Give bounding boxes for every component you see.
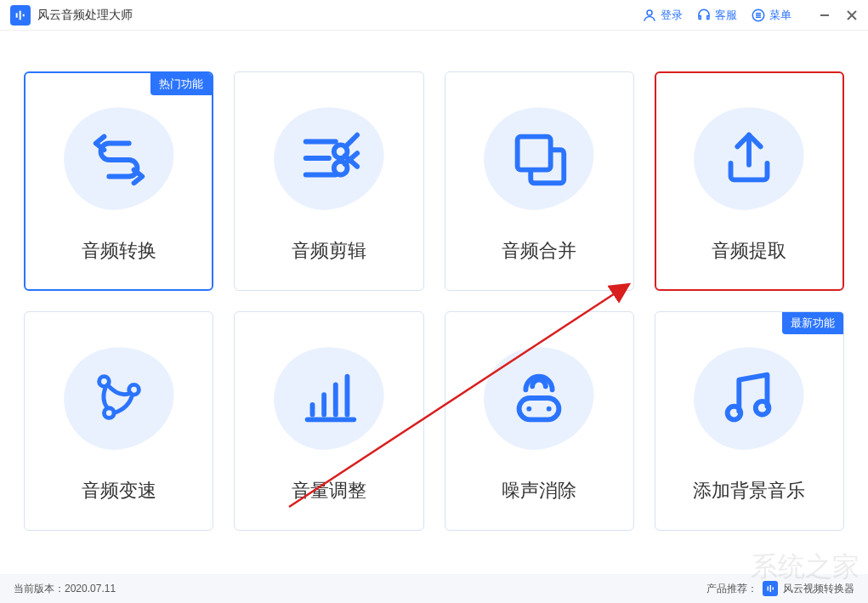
titlebar: 风云音频处理大师 登录 客服 菜单	[0, 0, 868, 31]
svg-rect-36	[768, 587, 769, 591]
card-label: 音频合并	[502, 238, 576, 264]
card-audio-speed[interactable]: 音频变速	[24, 311, 213, 531]
music-icon	[716, 365, 782, 431]
svg-point-32	[547, 407, 552, 412]
recommend-product: 风云视频转换器	[783, 582, 854, 596]
card-label: 音频提取	[712, 238, 786, 264]
svg-line-16	[345, 135, 357, 147]
svg-rect-2	[23, 14, 25, 16]
card-volume-adjust[interactable]: 音量调整	[234, 311, 423, 531]
login-button[interactable]: 登录	[642, 8, 683, 23]
version-value: 2020.07.11	[65, 583, 116, 594]
close-button[interactable]	[846, 9, 858, 21]
svg-rect-1	[20, 10, 21, 20]
svg-point-3	[647, 10, 652, 15]
product-recommend[interactable]: 产品推荐： 风云视频转换器	[706, 581, 854, 596]
card-audio-cut[interactable]: 音频剪辑	[234, 71, 423, 291]
svg-point-33	[728, 407, 741, 420]
card-label: 音频变速	[82, 478, 156, 503]
svg-rect-0	[16, 13, 18, 17]
version-label: 当前版本：	[14, 583, 65, 594]
card-label: 音频剪辑	[292, 238, 366, 264]
new-badge: 最新功能	[782, 312, 843, 334]
menu-button[interactable]: 菜单	[751, 8, 791, 23]
svg-rect-38	[773, 588, 774, 590]
card-bgm[interactable]: 最新功能 添加背景音乐	[655, 311, 844, 531]
svg-point-31	[527, 407, 532, 412]
card-audio-extract[interactable]: 音频提取	[655, 71, 844, 291]
volume-icon	[296, 365, 362, 431]
svg-line-17	[345, 174, 357, 185]
feature-grid: 热门功能 音频转换 音频剪辑 音频合并	[24, 71, 844, 531]
app-title: 风云音频处理大师	[37, 8, 642, 23]
speed-icon	[86, 365, 152, 431]
card-audio-convert[interactable]: 热门功能 音频转换	[24, 71, 213, 291]
merge-icon	[506, 125, 572, 191]
card-noise-remove[interactable]: 噪声消除	[445, 311, 634, 531]
svg-rect-20	[518, 137, 551, 170]
minimize-icon	[819, 9, 831, 21]
menu-label: 菜单	[769, 8, 791, 23]
support-label: 客服	[715, 8, 737, 23]
svg-rect-37	[770, 585, 772, 592]
minimize-button[interactable]	[819, 9, 831, 21]
card-label: 音量调整	[292, 478, 366, 503]
convert-icon	[86, 125, 152, 191]
hot-badge: 热门功能	[150, 73, 212, 95]
denoise-icon	[506, 365, 572, 431]
card-label: 音频转换	[82, 238, 156, 264]
recommend-logo-icon	[763, 581, 778, 596]
support-button[interactable]: 客服	[696, 8, 737, 23]
extract-icon	[716, 125, 782, 191]
recommend-label: 产品推荐：	[706, 582, 757, 596]
headset-icon	[696, 8, 712, 23]
card-label: 添加背景音乐	[693, 478, 805, 503]
card-label: 噪声消除	[502, 478, 576, 503]
svg-point-34	[756, 401, 769, 415]
list-icon	[751, 8, 766, 23]
card-audio-merge[interactable]: 音频合并	[445, 71, 634, 291]
cut-icon	[296, 125, 362, 191]
svg-rect-30	[519, 398, 559, 419]
main-area: 热门功能 音频转换 音频剪辑 音频合并	[0, 31, 868, 548]
app-logo-icon	[10, 5, 31, 26]
footer: 当前版本：2020.07.11 产品推荐： 风云视频转换器	[0, 574, 868, 603]
user-icon	[642, 8, 657, 23]
close-icon	[846, 9, 858, 21]
login-label: 登录	[661, 8, 683, 23]
